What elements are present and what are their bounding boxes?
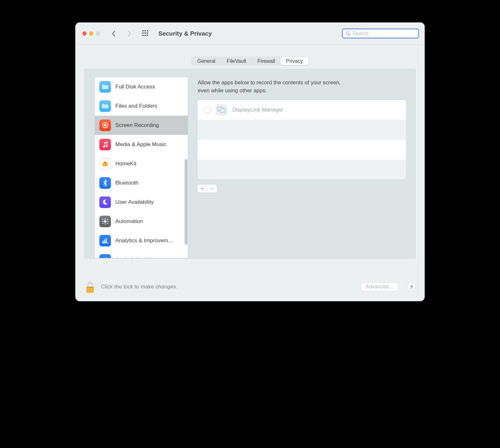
footer: Click the lock to make changes. Advanced… bbox=[75, 272, 425, 301]
app-row-empty bbox=[197, 160, 406, 179]
detail-description: Allow the apps below to record the conte… bbox=[198, 79, 352, 95]
forward-button[interactable] bbox=[126, 30, 133, 37]
svg-rect-9 bbox=[102, 219, 104, 220]
add-remove-control bbox=[197, 184, 217, 193]
svg-rect-5 bbox=[105, 218, 105, 220]
search-input[interactable] bbox=[352, 31, 415, 37]
folder-icon bbox=[99, 100, 111, 112]
search-icon bbox=[346, 31, 350, 36]
sidebar-item-label: Screen Recording bbox=[115, 122, 159, 129]
window-title: Security & Privacy bbox=[158, 30, 212, 37]
minus-icon bbox=[210, 187, 214, 191]
app-row-empty bbox=[197, 120, 406, 140]
sidebar-item-label: Automation bbox=[115, 218, 143, 225]
app-checkbox[interactable] bbox=[204, 107, 211, 113]
bluetooth-icon bbox=[99, 177, 111, 189]
tab-bar: General FileVault Firewall Privacy bbox=[75, 45, 425, 69]
svg-rect-11 bbox=[102, 223, 104, 224]
remove-app-button[interactable] bbox=[207, 187, 217, 191]
sidebar-item-label: Full Disk Access bbox=[115, 84, 155, 90]
sidebar-item-label: Bluetooth bbox=[115, 180, 138, 186]
sidebar-item-screen-recording[interactable]: Screen Recording bbox=[95, 116, 188, 135]
sidebar-item-automation[interactable]: Automation bbox=[95, 212, 188, 231]
svg-rect-20 bbox=[87, 287, 94, 288]
sidebar-item-user-availability[interactable]: User Availability bbox=[95, 193, 188, 212]
sidebar-item-media-apple-music[interactable]: Media & Apple Music bbox=[95, 135, 188, 154]
back-button[interactable] bbox=[110, 30, 117, 37]
svg-rect-7 bbox=[102, 221, 103, 222]
tab-filevault[interactable]: FileVault bbox=[221, 57, 252, 65]
app-name: DisplayLink Manager bbox=[232, 107, 283, 113]
gear-icon bbox=[99, 216, 111, 227]
svg-rect-13 bbox=[103, 241, 104, 243]
window-controls bbox=[82, 31, 100, 36]
lock-hint-text: Click the lock to make changes. bbox=[101, 284, 178, 290]
search-field[interactable] bbox=[342, 29, 419, 38]
minimize-window-button[interactable] bbox=[89, 31, 93, 36]
svg-point-4 bbox=[104, 220, 106, 223]
chevron-left-icon bbox=[112, 30, 116, 37]
app-list: DisplayLink Manager bbox=[197, 100, 406, 180]
sidebar-item-full-disk-access[interactable]: Full Disk Access bbox=[95, 77, 188, 96]
svg-line-1 bbox=[349, 34, 350, 36]
tab-general[interactable]: General bbox=[192, 57, 221, 65]
svg-point-3 bbox=[104, 124, 106, 127]
svg-rect-6 bbox=[105, 223, 105, 225]
privacy-sidebar: Full Disk Access Files and Folders Scree… bbox=[85, 69, 188, 258]
tab-firewall[interactable]: Firewall bbox=[252, 57, 280, 65]
preferences-window: Security & Privacy General FileVault Fir… bbox=[75, 22, 425, 301]
moon-icon bbox=[99, 196, 111, 208]
svg-rect-18 bbox=[220, 109, 225, 112]
nav-arrows bbox=[110, 30, 133, 37]
svg-rect-10 bbox=[107, 223, 108, 224]
sidebar-item-label: Analytics & Improvem… bbox=[115, 237, 173, 244]
sidebar-item-label: HomeKit bbox=[115, 161, 136, 167]
zoom-window-button[interactable] bbox=[96, 31, 100, 36]
tab-privacy[interactable]: Privacy bbox=[280, 57, 308, 65]
sidebar-item-label: Files and Folders bbox=[115, 103, 157, 109]
folder-icon bbox=[99, 81, 111, 93]
detail-pane: Allow the apps below to record the conte… bbox=[188, 69, 415, 258]
help-button[interactable]: ? bbox=[407, 283, 416, 291]
record-icon bbox=[99, 120, 111, 131]
music-icon bbox=[99, 139, 111, 150]
sidebar-item-files-and-folders[interactable]: Files and Folders bbox=[95, 96, 188, 116]
lock-icon bbox=[85, 282, 95, 293]
svg-rect-16 bbox=[102, 243, 108, 243]
lock-button[interactable] bbox=[84, 280, 96, 293]
megaphone-icon bbox=[99, 254, 111, 258]
sidebar-scrollbar[interactable] bbox=[185, 159, 188, 245]
sidebar-item-bluetooth[interactable]: Bluetooth bbox=[95, 173, 188, 193]
displaylink-app-icon bbox=[216, 104, 227, 116]
app-row-empty bbox=[197, 140, 406, 160]
advanced-button[interactable]: Advanced… bbox=[361, 283, 398, 291]
plus-icon bbox=[200, 187, 204, 191]
home-icon bbox=[99, 158, 111, 170]
add-app-button[interactable] bbox=[197, 187, 207, 191]
show-all-button[interactable] bbox=[142, 30, 149, 37]
sidebar-item-analytics[interactable]: Analytics & Improvem… bbox=[95, 231, 188, 250]
chart-icon bbox=[99, 235, 111, 246]
toolbar: Security & Privacy bbox=[75, 22, 425, 45]
svg-rect-15 bbox=[106, 238, 107, 243]
svg-rect-8 bbox=[107, 221, 108, 222]
content-pane: Full Disk Access Files and Folders Scree… bbox=[84, 69, 416, 259]
segmented-control: General FileVault Firewall Privacy bbox=[191, 56, 309, 66]
sidebar-item-label: Apple Advertising bbox=[115, 257, 157, 258]
close-window-button[interactable] bbox=[82, 31, 87, 36]
sidebar-item-apple-advertising[interactable]: Apple Advertising bbox=[95, 250, 188, 258]
chevron-right-icon bbox=[127, 30, 131, 37]
app-row[interactable]: DisplayLink Manager bbox=[197, 100, 406, 120]
sidebar-item-homekit[interactable]: HomeKit bbox=[95, 154, 188, 173]
sidebar-item-label: Media & Apple Music bbox=[115, 141, 166, 148]
svg-rect-12 bbox=[107, 219, 108, 220]
sidebar-item-label: User Availability bbox=[115, 199, 154, 205]
svg-rect-14 bbox=[104, 239, 105, 243]
